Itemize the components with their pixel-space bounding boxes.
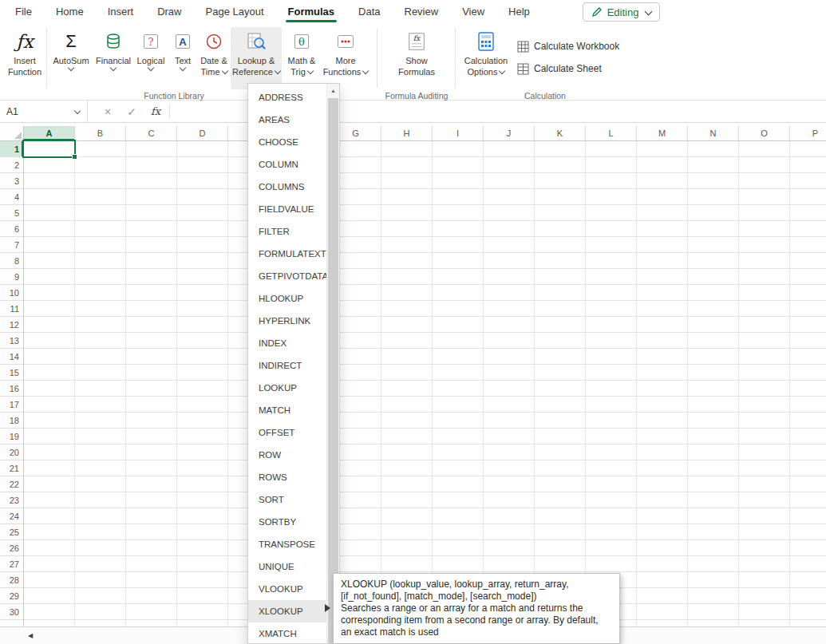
row-header-10[interactable]: 10 [0,285,23,301]
menu-item-match[interactable]: MATCH [248,399,326,421]
tab-file[interactable]: File [3,0,44,22]
menu-scrollbar[interactable]: ▲ [326,84,339,643]
column-header-j[interactable]: J [484,126,535,140]
menu-item-vlookup[interactable]: VLOOKUP [248,578,326,600]
column-header-d[interactable]: D [177,126,228,140]
tab-review[interactable]: Review [393,0,451,22]
row-header-19[interactable]: 19 [0,429,23,444]
scroll-up-icon[interactable]: ▲ [327,84,339,97]
row-header-5[interactable]: 5 [0,205,23,221]
menu-item-sort[interactable]: SORT [248,488,326,511]
tab-data[interactable]: Data [346,0,392,22]
calculate-workbook-button[interactable]: Calculate Workbook [517,37,619,56]
column-header-p[interactable]: P [790,126,826,140]
tab-help[interactable]: Help [496,0,542,22]
row-header-23[interactable]: 23 [0,492,23,508]
insert-function-fx-icon[interactable]: fx [145,101,166,122]
tab-insert[interactable]: Insert [96,0,146,22]
row-header-15[interactable]: 15 [0,365,23,381]
math-trig-button[interactable]: θ Math & Trig [283,27,320,89]
fill-handle[interactable] [72,154,77,160]
row-header-26[interactable]: 26 [0,540,23,556]
menu-item-xlookup[interactable]: XLOOKUP [248,600,326,622]
row-header-28[interactable]: 28 [0,572,23,588]
row-header-7[interactable]: 7 [0,237,23,253]
menu-item-sortby[interactable]: SORTBY [248,511,326,533]
row-header-18[interactable]: 18 [0,413,23,429]
more-functions-button[interactable]: More Functions [321,27,370,89]
row-header-4[interactable]: 4 [0,189,23,205]
row-header-2[interactable]: 2 [0,157,23,173]
row-header-29[interactable]: 29 [0,588,23,604]
row-header-11[interactable]: 11 [0,301,23,317]
menu-item-getpivotdata[interactable]: GETPIVOTDATA [248,265,326,287]
menu-item-transpose[interactable]: TRANSPOSE [248,533,326,555]
row-header-24[interactable]: 24 [0,508,23,524]
logical-button[interactable]: ? Logical [134,27,168,89]
editing-mode-button[interactable]: Editing [583,2,660,22]
column-header-m[interactable]: M [637,126,688,140]
row-header-17[interactable]: 17 [0,397,23,413]
row-header-8[interactable]: 8 [0,253,23,269]
select-all-corner[interactable] [0,126,24,141]
name-box[interactable]: A1 [0,101,88,122]
insert-function-button[interactable]: ƒx Insert Function [5,27,45,89]
enter-icon[interactable]: ✓ [121,101,142,122]
column-header-h[interactable]: H [381,126,433,140]
tab-view[interactable]: View [450,0,496,22]
row-header-6[interactable]: 6 [0,221,23,237]
menu-item-formulatext[interactable]: FORMULATEXT [248,243,326,265]
menu-item-index[interactable]: INDEX [248,332,326,354]
tab-page-layout[interactable]: Page Layout [194,0,276,22]
cancel-icon[interactable]: × [97,101,118,122]
menu-scrollbar-thumb[interactable] [328,98,338,643]
calculation-options-button[interactable]: Calculation Options [460,27,512,89]
menu-item-areas[interactable]: AREAS [248,109,326,131]
row-header-12[interactable]: 12 [0,317,23,333]
row-header-22[interactable]: 22 [0,476,23,492]
row-header-9[interactable]: 9 [0,269,23,285]
menu-item-row[interactable]: ROW [248,444,326,466]
scroll-left-icon[interactable]: ◀ [21,627,40,644]
menu-item-lookup[interactable]: LOOKUP [248,377,326,399]
row-header-1[interactable]: 1 [0,141,23,157]
menu-item-indirect[interactable]: INDIRECT [248,354,326,377]
row-header-13[interactable]: 13 [0,333,23,349]
column-header-a[interactable]: A [24,126,75,140]
lookup-reference-button[interactable]: Lookup & Reference [231,27,282,89]
tab-formulas[interactable]: Formulas [276,0,347,22]
text-button[interactable]: A Text [168,27,197,89]
show-formulas-button[interactable]: fx Show Formulas [388,27,445,89]
column-header-i[interactable]: I [433,126,484,140]
row-header-14[interactable]: 14 [0,349,23,365]
column-header-b[interactable]: B [75,126,126,140]
menu-item-column[interactable]: COLUMN [248,153,326,176]
column-header-c[interactable]: C [126,126,177,140]
menu-item-columns[interactable]: COLUMNS [248,176,326,198]
financial-button[interactable]: Financial [93,27,133,89]
column-header-n[interactable]: N [688,126,739,140]
row-header-27[interactable]: 27 [0,556,23,572]
date-time-button[interactable]: Date & Time [197,27,231,89]
menu-item-fieldvalue[interactable]: FIELDVALUE [248,198,326,220]
tab-home[interactable]: Home [44,0,96,22]
menu-item-hyperlink[interactable]: HYPERLINK [248,310,326,332]
autosum-button[interactable]: Σ AutoSum [49,27,93,89]
menu-item-filter[interactable]: FILTER [248,220,326,243]
grid-cells[interactable] [24,141,826,626]
row-header-25[interactable]: 25 [0,524,23,540]
menu-item-unique[interactable]: UNIQUE [248,555,326,578]
row-header-3[interactable]: 3 [0,173,23,189]
menu-item-address[interactable]: ADDRESS [248,86,326,109]
column-header-k[interactable]: K [535,126,586,140]
menu-item-offset[interactable]: OFFSET [248,421,326,444]
row-header-21[interactable]: 21 [0,460,23,476]
column-header-o[interactable]: O [739,126,790,140]
menu-item-xmatch[interactable]: XMATCH [248,622,326,643]
menu-item-rows[interactable]: ROWS [248,466,326,488]
calculate-sheet-button[interactable]: Calculate Sheet [517,59,602,78]
tab-draw[interactable]: Draw [145,0,193,22]
menu-item-hlookup[interactable]: HLOOKUP [248,287,326,310]
row-header-20[interactable]: 20 [0,444,23,460]
row-header-16[interactable]: 16 [0,381,23,397]
